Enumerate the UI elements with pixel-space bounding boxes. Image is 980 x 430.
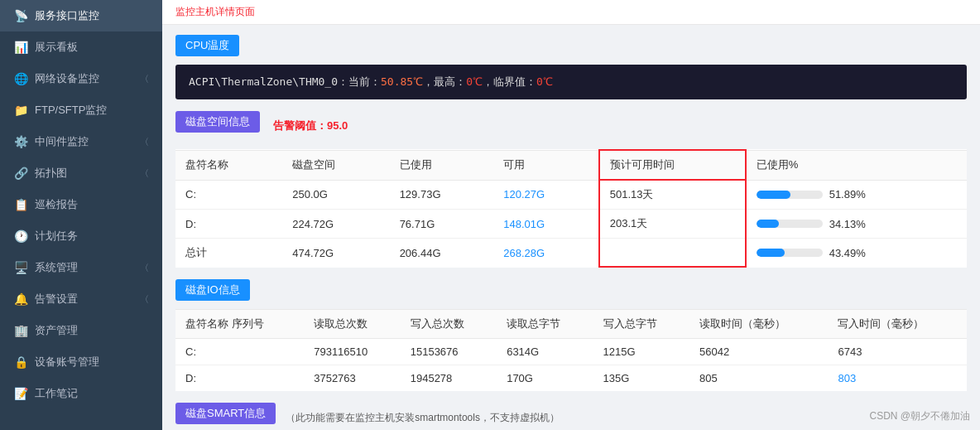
disk-used-cell: 206.44G [390, 239, 494, 268]
sidebar-item-system-management[interactable]: 🖥️ 系统管理 〈 [0, 252, 162, 283]
disk-smart-header: 磁盘SMART信息 [175, 403, 276, 424]
sidebar-item-label: 拓扑图 [35, 166, 67, 181]
io-read-time-cell: 805 [689, 365, 828, 392]
table-row: D: 224.72G 76.71G 148.01G 203.1天 34.13% [175, 210, 967, 239]
io-read-bytes-cell: 170G [497, 365, 593, 392]
service-monitor-icon: 📡 [13, 8, 28, 23]
disk-estimated-time-cell [599, 239, 746, 268]
disk-percent-text: 43.49% [829, 247, 866, 259]
col-disk-used: 已使用 [390, 150, 494, 180]
sidebar-item-alarm-settings[interactable]: 🔔 告警设置 〈 [0, 283, 162, 315]
disk-percent-bar-container: 51.89% [757, 188, 957, 201]
disk-progress-fill [757, 220, 779, 228]
io-read-time-cell: 56042 [689, 339, 828, 365]
table-row: C: 250.0G 129.73G 120.27G 501.13天 51.89% [175, 180, 967, 210]
cpu-current-temp: 50.85℃ [381, 75, 423, 88]
table-row: C: 793116510 15153676 6314G 1215G 56042 … [175, 339, 967, 365]
sidebar-item-device-account[interactable]: 🔒 设备账号管理 [0, 346, 162, 378]
alarm-value: 95.0 [327, 119, 348, 132]
chevron-right-icon5: 〈 [140, 293, 149, 306]
sidebar-item-ftp-monitor[interactable]: 📁 FTP/SFTP监控 [0, 94, 162, 126]
disk-total-cell: 250.0G [282, 180, 389, 210]
disk-progress-bar [757, 249, 823, 257]
ftp-icon: 📁 [13, 103, 28, 118]
disk-smart-section: 磁盘SMART信息 （此功能需要在监控主机安装smartmontools，不支持… [175, 403, 967, 430]
sidebar-item-asset-management[interactable]: 🏢 资产管理 [0, 315, 162, 346]
patrol-icon: 📋 [13, 197, 28, 212]
col-estimated-time: 预计可用时间 [599, 150, 746, 180]
sidebar-item-label: FTP/SFTP监控 [35, 103, 107, 118]
io-write-count-cell: 15153676 [401, 339, 497, 365]
col-disk-name: 盘符名称 [175, 150, 282, 180]
disk-progress-fill [757, 249, 785, 257]
disk-smart-note: （此功能需要在监控主机安装smartmontools，不支持虚拟机） [286, 411, 560, 425]
col-disk-total: 磁盘空间 [282, 150, 389, 180]
io-read-bytes-cell: 6314G [497, 339, 593, 365]
table-row: 总计 474.72G 206.44G 268.28G 43.49% [175, 239, 967, 268]
cpu-max-label: ，最高： [423, 75, 466, 88]
io-write-time-cell: 6743 [828, 339, 967, 365]
chevron-right-icon: 〈 [140, 73, 149, 85]
disk-estimated-time-cell: 501.13天 [599, 180, 746, 210]
cpu-temp-header: CPU温度 [175, 35, 239, 56]
disk-space-table-body: C: 250.0G 129.73G 120.27G 501.13天 51.89%… [175, 180, 967, 267]
sidebar-item-workbook[interactable]: 📝 工作笔记 [0, 378, 162, 409]
chevron-right-icon3: 〈 [140, 167, 149, 180]
cpu-max-temp: 0℃ [466, 75, 483, 88]
cpu-temp-content: ACPI\ThermalZone\THM0_0：当前： [189, 75, 381, 88]
disk-total-cell: 474.72G [282, 239, 389, 268]
disk-total-cell: 224.72G [282, 210, 389, 239]
disk-io-table-body: C: 793116510 15153676 6314G 1215G 56042 … [175, 339, 967, 392]
cpu-threshold-temp: 0℃ [536, 75, 553, 88]
disk-used-cell: 129.73G [390, 180, 494, 210]
io-write-bytes-cell: 135G [593, 365, 689, 392]
cpu-temp-section: CPU温度 ACPI\ThermalZone\THM0_0：当前：50.85℃，… [175, 35, 967, 99]
col-io-read-count: 读取总次数 [304, 310, 401, 339]
io-disk-name-cell: D: [175, 365, 304, 392]
disk-percent-cell: 43.49% [746, 239, 967, 268]
disk-percent-text: 51.89% [829, 188, 866, 201]
sidebar-item-topology[interactable]: 🔗 拓扑图 〈 [0, 157, 162, 189]
sidebar-item-middleware-monitor[interactable]: ⚙️ 中间件监控 〈 [0, 126, 162, 157]
sidebar-item-scheduled-task[interactable]: 🕐 计划任务 [0, 220, 162, 252]
io-disk-name-cell: C: [175, 339, 304, 365]
sidebar-item-label: 展示看板 [35, 40, 78, 55]
disk-space-section: 磁盘空间信息 告警阈值：95.0 盘符名称 磁盘空间 已使用 可用 预计可用时间… [175, 111, 967, 268]
disk-name-cell: D: [175, 210, 282, 239]
sidebar-item-network-monitor[interactable]: 🌐 网络设备监控 〈 [0, 63, 162, 94]
clock-icon: 🕐 [13, 229, 28, 244]
chevron-right-icon2: 〈 [140, 136, 149, 148]
breadcrumb-path: 监控主机详情页面 [175, 6, 255, 17]
sidebar-item-service-monitor[interactable]: 📡 服务接口监控 [0, 0, 162, 31]
sidebar-item-label: 计划任务 [35, 229, 78, 244]
col-disk-available: 可用 [493, 150, 598, 180]
network-icon: 🌐 [13, 71, 28, 86]
content-area: CPU温度 ACPI\ThermalZone\THM0_0：当前：50.85℃，… [162, 25, 980, 430]
sidebar-item-dashboard[interactable]: 📊 展示看板 [0, 31, 162, 63]
disk-space-header-row: 磁盘空间信息 告警阈值：95.0 [175, 111, 967, 141]
disk-progress-bar [757, 191, 823, 199]
table-row: D: 3752763 1945278 170G 135G 805 803 [175, 365, 967, 392]
col-io-read-bytes: 读取总字节 [497, 310, 593, 339]
disk-progress-fill [757, 191, 791, 199]
topology-icon: 🔗 [13, 166, 28, 181]
io-read-count-cell: 3752763 [304, 365, 401, 392]
sidebar-item-patrol-report[interactable]: 📋 巡检报告 [0, 189, 162, 220]
col-io-write-count: 写入总次数 [401, 310, 497, 339]
sidebar-item-label: 工作笔记 [35, 386, 78, 401]
sidebar: 📡 服务接口监控 📊 展示看板 🌐 网络设备监控 〈 📁 FTP/SFTP监控 … [0, 0, 162, 430]
asset-icon: 🏢 [13, 323, 28, 338]
io-write-bytes-cell: 1215G [593, 339, 689, 365]
notebook-icon: 📝 [13, 386, 28, 401]
top-bar: 监控主机详情页面 [162, 0, 980, 25]
sidebar-item-label: 设备账号管理 [35, 355, 99, 370]
disk-percent-bar-container: 43.49% [757, 247, 957, 259]
lock-icon: 🔒 [13, 355, 28, 370]
disk-io-table: 盘符名称 序列号 读取总次数 写入总次数 读取总字节 写入总字节 读取时间（毫秒… [175, 309, 967, 391]
disk-name-cell: C: [175, 180, 282, 210]
dashboard-icon: 📊 [13, 40, 28, 55]
watermark: CSDN @朝夕不倦加油 [869, 409, 970, 423]
sidebar-item-label: 巡检报告 [35, 197, 78, 212]
disk-io-header: 磁盘IO信息 [175, 279, 250, 301]
disk-name-cell: 总计 [175, 239, 282, 268]
